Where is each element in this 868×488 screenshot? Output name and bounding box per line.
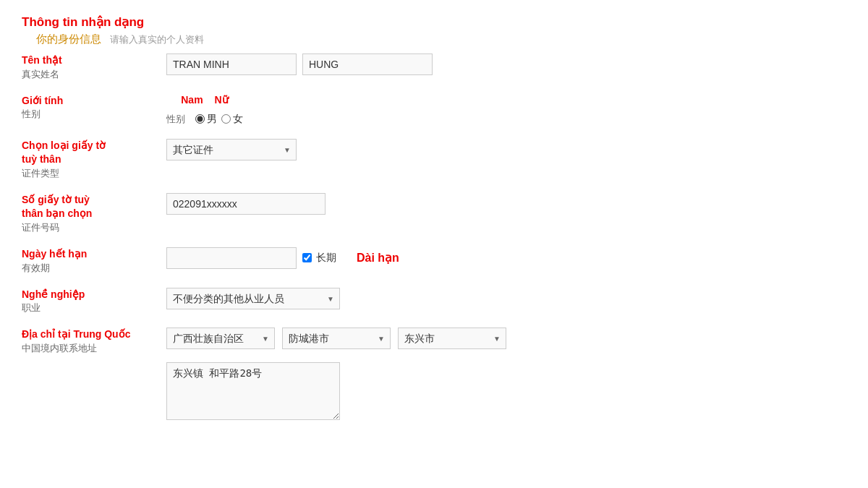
occupation-select-wrapper: 不便分类的其他从业人员 学生 职员 bbox=[166, 288, 340, 309]
id-type-label-cn: 证件类型 bbox=[22, 167, 159, 180]
id-number-label-cn: 证件号码 bbox=[22, 221, 159, 234]
occupation-label-cn: 职业 bbox=[22, 301, 159, 314]
address-row: Địa chỉ tại Trung Quốc 中国境内联系地址 广西壮族自治区 … bbox=[22, 328, 846, 420]
last-name-input[interactable] bbox=[302, 53, 433, 75]
long-term-checkbox-row: 长期 bbox=[302, 252, 336, 265]
section-subtitle-cn: 你的身份信息 bbox=[36, 33, 101, 45]
address-label-vn: Địa chỉ tại Trung Quốc bbox=[22, 328, 159, 342]
gender-male-cn: 男 bbox=[207, 113, 217, 126]
page-container: Thông tin nhận dạng 你的身份信息 请输入真实的个人资料 Tê… bbox=[0, 0, 868, 488]
gender-male-radio[interactable] bbox=[195, 114, 205, 124]
gender-radio-row: 性别 男 女 bbox=[166, 113, 243, 126]
gender-female-cn: 女 bbox=[233, 113, 243, 126]
occupation-select[interactable]: 不便分类的其他从业人员 学生 职员 bbox=[166, 288, 340, 309]
section-header: Thông tin nhận dạng 你的身份信息 请输入真实的个人资料 bbox=[22, 14, 846, 46]
occupation-label-vn: Nghề nghiệp bbox=[22, 288, 159, 302]
identity-form: Tên thật 真实姓名 Giới tính 性别 Nam Nữ 性别 bbox=[22, 53, 846, 420]
id-number-field bbox=[166, 193, 326, 215]
expiry-input[interactable] bbox=[166, 247, 297, 269]
expiry-row: Ngày hết hạn 有效期 长期 Dài hạn bbox=[22, 247, 846, 275]
first-name-input[interactable] bbox=[166, 53, 297, 75]
name-label-vn: Tên thật bbox=[22, 53, 159, 68]
gender-female-radio[interactable] bbox=[221, 114, 231, 124]
id-type-label-vn: Chọn loại giấy tờtuỳ thân bbox=[22, 139, 159, 167]
gender-row: Giới tính 性别 Nam Nữ 性别 男 女 bbox=[22, 94, 846, 126]
gender-male-vn: Nam bbox=[181, 94, 203, 106]
gender-label-vn: Giới tính bbox=[22, 94, 159, 108]
long-term-label-cn: 长期 bbox=[316, 252, 336, 265]
gender-label-col: Giới tính 性别 bbox=[22, 94, 166, 121]
id-type-select-wrapper: 其它证件 护照 身份证 bbox=[166, 139, 297, 160]
expiry-field-col: 长期 Dài hạn bbox=[166, 247, 399, 269]
section-subtitle-hint: 请输入真实的个人资料 bbox=[110, 34, 204, 45]
expiry-label-cn: 有效期 bbox=[22, 262, 159, 275]
province-select[interactable]: 广西壮族自治区 广东省 bbox=[166, 328, 275, 349]
gender-label-cn: 性别 bbox=[22, 108, 159, 121]
address-label-col: Địa chỉ tại Trung Quốc 中国境内联系地址 bbox=[22, 328, 166, 355]
address-field-col: 广西壮族自治区 广东省 防城港市 南宁市 东兴市 港口区 bbox=[166, 328, 506, 420]
id-number-row: Số giấy tờ tuỳthân bạn chọn 证件号码 bbox=[22, 193, 846, 234]
occupation-field: 不便分类的其他从业人员 学生 职员 bbox=[166, 288, 340, 309]
id-type-row: Chọn loại giấy tờtuỳ thân 证件类型 其它证件 护照 身… bbox=[22, 139, 846, 180]
province-select-wrapper: 广西壮族自治区 广东省 bbox=[166, 328, 275, 349]
address-detail-textarea[interactable]: 东兴镇 和平路28号 bbox=[166, 362, 340, 420]
occupation-row: Nghề nghiệp 职业 不便分类的其他从业人员 学生 职员 bbox=[22, 288, 846, 315]
city-select[interactable]: 防城港市 南宁市 bbox=[282, 328, 391, 349]
gender-female-option[interactable]: 女 bbox=[221, 113, 243, 126]
id-type-label-col: Chọn loại giấy tờtuỳ thân 证件类型 bbox=[22, 139, 166, 180]
name-fields bbox=[166, 53, 433, 75]
id-type-field: 其它证件 护照 身份证 bbox=[166, 139, 297, 160]
gender-male-option[interactable]: 男 bbox=[195, 113, 217, 126]
section-title-vn: Thông tin nhận dạng bbox=[22, 14, 846, 30]
id-number-label-col: Số giấy tờ tuỳthân bạn chọn 证件号码 bbox=[22, 193, 166, 234]
occupation-label-col: Nghề nghiệp 职业 bbox=[22, 288, 166, 315]
district-select-wrapper: 东兴市 港口区 bbox=[398, 328, 506, 349]
district-select[interactable]: 东兴市 港口区 bbox=[398, 328, 506, 349]
gender-vn-labels: Nam Nữ bbox=[181, 94, 228, 106]
long-term-label-vn: Dài hạn bbox=[357, 251, 399, 265]
id-number-label-vn: Số giấy tờ tuỳthân bạn chọn bbox=[22, 193, 159, 221]
id-number-input[interactable] bbox=[166, 193, 326, 215]
expiry-label-col: Ngày hết hạn 有效期 bbox=[22, 247, 166, 275]
gender-field-col: Nam Nữ 性别 男 女 bbox=[166, 94, 243, 126]
expiry-label-vn: Ngày hết hạn bbox=[22, 247, 159, 262]
long-term-checkbox[interactable] bbox=[302, 253, 312, 262]
address-dropdowns: 广西壮族自治区 广东省 防城港市 南宁市 东兴市 港口区 bbox=[166, 328, 506, 349]
gender-female-vn: Nữ bbox=[215, 94, 229, 106]
name-label-cn: 真实姓名 bbox=[22, 68, 159, 81]
gender-cn-label: 性别 bbox=[166, 113, 185, 126]
id-type-select[interactable]: 其它证件 护照 身份证 bbox=[166, 139, 297, 160]
city-select-wrapper: 防城港市 南宁市 bbox=[282, 328, 391, 349]
address-label-cn: 中国境内联系地址 bbox=[22, 342, 159, 355]
name-row: Tên thật 真实姓名 bbox=[22, 53, 846, 81]
name-label-col: Tên thật 真实姓名 bbox=[22, 53, 166, 81]
